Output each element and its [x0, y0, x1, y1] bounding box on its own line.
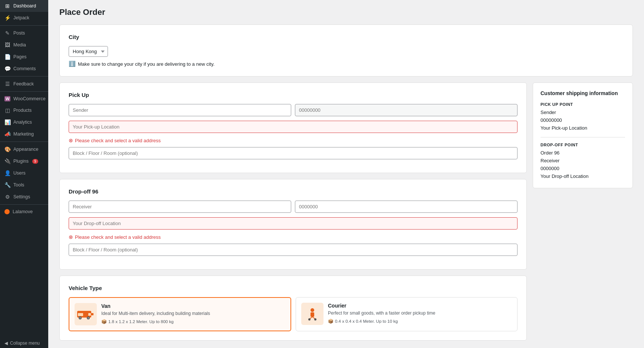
sidebar-item-jetpack[interactable]: ⚡ Jetpack	[0, 12, 48, 24]
courier-name: Courier	[328, 303, 512, 309]
tools-icon: 🔧	[4, 182, 10, 188]
sidebar-item-dashboard[interactable]: ⊞ Dashboard	[0, 0, 48, 12]
shipping-divider	[540, 137, 625, 137]
sidebar: ⊞ Dashboard ⚡ Jetpack ✎ Posts 🖼 Media 📄 …	[0, 0, 48, 348]
sidebar-item-plugins[interactable]: 🔌 Plugins 9	[0, 155, 48, 167]
settings-icon: ⚙	[4, 194, 10, 200]
sidebar-item-appearance[interactable]: 🎨 Appearance	[0, 143, 48, 155]
svg-rect-2	[88, 313, 91, 316]
svg-point-14	[314, 318, 316, 321]
sidebar-item-label: Appearance	[13, 147, 38, 152]
van-name: Van	[101, 303, 285, 309]
van-specs-text: 1.8 x 1.2 x 1.2 Meter. Up to 800 kg	[108, 319, 174, 324]
van-specs: 📦 1.8 x 1.2 x 1.2 Meter. Up to 800 kg	[101, 319, 285, 324]
pickup-error-icon: ⊗	[69, 137, 73, 143]
sidebar-item-label: Posts	[13, 30, 25, 36]
vehicle-courier[interactable]: Courier Perfect for small goods, with a …	[296, 297, 518, 331]
pages-icon: 📄	[4, 54, 10, 60]
pickup-detail-sender: Sender 00000000 Your Pick-up Location	[540, 109, 625, 132]
sidebar-item-pages[interactable]: 📄 Pages	[0, 51, 48, 63]
sidebar-item-label: WooCommerce	[13, 96, 46, 101]
dropoff-location-row	[69, 217, 518, 230]
sidebar-item-label: Analytics	[13, 120, 32, 125]
dropoff-block-row	[69, 244, 518, 256]
marketing-icon: 📣	[4, 131, 10, 137]
lalamove-dot-icon	[4, 209, 10, 214]
shipping-info-title: Customer shipping information	[540, 90, 625, 96]
van-description: Ideal for Multi-item delivery, including…	[101, 310, 285, 317]
sidebar-item-label: Dashboard	[13, 3, 36, 9]
sidebar-item-marketing[interactable]: 📣 Marketing	[0, 128, 48, 140]
courier-description: Perfect for small goods, with a faster o…	[328, 310, 512, 316]
sidebar-item-products[interactable]: ◫ Products	[0, 104, 48, 116]
dropoff-phone-input[interactable]	[295, 201, 518, 213]
sidebar-item-users[interactable]: 👤 Users	[0, 167, 48, 179]
sidebar-item-tools[interactable]: 🔧 Tools	[0, 179, 48, 191]
main-content: Place Order City Hong Kong ℹ️ Make sure …	[48, 0, 644, 348]
dropoff-form-row-1	[69, 201, 518, 213]
sidebar-item-posts[interactable]: ✎ Posts	[0, 27, 48, 39]
sidebar-item-label: Pages	[13, 54, 26, 59]
media-icon: 🖼	[4, 42, 10, 48]
dropoff-detail: Order 96 Receiver 0000000 Your Drop-off …	[540, 149, 625, 180]
comments-icon: 💬	[4, 66, 10, 72]
vehicle-card: Vehicle Type	[59, 276, 527, 341]
collapse-menu-button[interactable]: ◀ Collapse menu	[0, 338, 48, 348]
sidebar-item-settings[interactable]: ⚙ Settings	[0, 191, 48, 203]
sidebar-item-media[interactable]: 🖼 Media	[0, 39, 48, 51]
svg-point-13	[308, 318, 310, 321]
dropoff-error-icon: ⊗	[69, 234, 73, 240]
appearance-icon: 🎨	[4, 146, 10, 152]
sidebar-item-label: Tools	[13, 182, 24, 188]
pickup-form-row-1	[69, 104, 518, 116]
svg-point-7	[88, 317, 89, 319]
dropoff-card: Drop-off 96 ⊗ Please check and select a …	[59, 179, 527, 270]
pickup-location-input[interactable]	[69, 121, 518, 133]
pickup-point-label: PICK UP POINT	[540, 102, 625, 107]
sidebar-item-lalamove[interactable]: Lalamove	[0, 206, 48, 217]
pickup-block-input[interactable]	[69, 147, 518, 159]
courier-spec-icon: 📦	[328, 319, 334, 324]
vehicle-card-title: Vehicle Type	[69, 285, 518, 291]
products-icon: ◫	[4, 107, 10, 113]
courier-specs: 📦 0.4 x 0.4 x 0.4 Meter. Up to 10 kg	[328, 319, 512, 324]
vehicle-van[interactable]: Van Ideal for Multi-item delivery, inclu…	[69, 297, 291, 331]
dropoff-block-input[interactable]	[69, 244, 518, 256]
courier-info: Courier Perfect for small goods, with a …	[328, 303, 512, 324]
left-panel: Pick Up ⊗ Please check and select a vali…	[59, 82, 527, 347]
pickup-sender-input[interactable]	[69, 104, 291, 116]
analytics-icon: 📊	[4, 119, 10, 125]
dropoff-card-title: Drop-off 96	[69, 188, 518, 195]
sidebar-item-label: Users	[13, 170, 26, 176]
dropoff-point-label: DROP-OFF POINT	[540, 143, 625, 147]
dropoff-receiver-input[interactable]	[69, 201, 291, 213]
sidebar-item-analytics[interactable]: 📊 Analytics	[0, 116, 48, 128]
pickup-card-title: Pick Up	[69, 92, 518, 98]
plugins-badge: 9	[32, 159, 38, 164]
city-select[interactable]: Hong Kong	[69, 46, 108, 57]
page-title: Place Order	[59, 7, 633, 17]
sidebar-item-label: Feedback	[13, 81, 34, 87]
feedback-icon: ☰	[4, 81, 10, 87]
sidebar-item-comments[interactable]: 💬 Comments	[0, 63, 48, 75]
pickup-location-row	[69, 121, 518, 133]
svg-point-5	[79, 317, 81, 319]
dropoff-location-input[interactable]	[69, 217, 518, 230]
collapse-label: Collapse menu	[10, 341, 40, 346]
courier-specs-text: 0.4 x 0.4 x 0.4 Meter. Up to 10 kg	[335, 319, 398, 323]
van-icon-area	[75, 303, 97, 325]
sidebar-item-feedback[interactable]: ☰ Feedback	[0, 78, 48, 90]
sidebar-item-label: Comments	[13, 66, 36, 71]
svg-rect-10	[310, 312, 314, 317]
woocommerce-icon: W	[4, 96, 10, 101]
city-info-message: Make sure to change your city if you are…	[78, 61, 214, 67]
posts-icon: ✎	[4, 30, 10, 36]
pickup-error-text: Please check and select a valid address	[75, 138, 161, 143]
pickup-phone-input[interactable]	[295, 104, 518, 116]
sidebar-item-label: Marketing	[13, 131, 34, 137]
svg-point-9	[310, 308, 314, 312]
sidebar-item-label: Plugins	[13, 159, 29, 164]
sidebar-item-woocommerce[interactable]: W WooCommerce	[0, 93, 48, 104]
city-card: City Hong Kong ℹ️ Make sure to change yo…	[59, 25, 633, 77]
pickup-card: Pick Up ⊗ Please check and select a vali…	[59, 82, 527, 173]
